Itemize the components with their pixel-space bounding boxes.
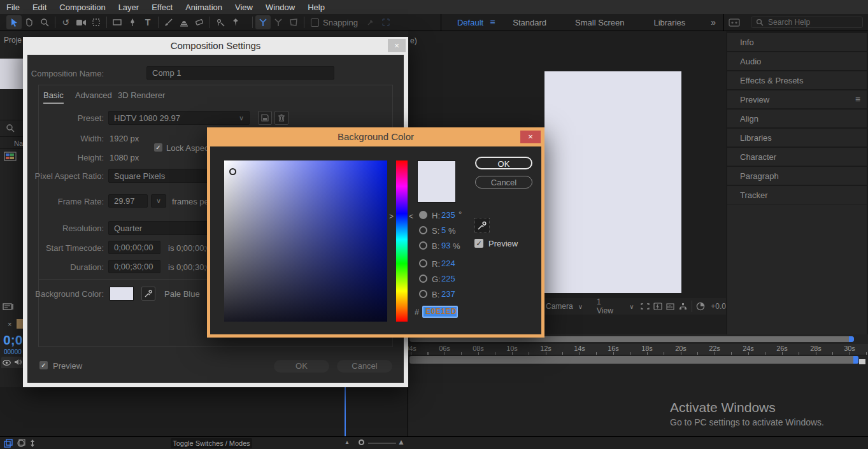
color-cursor[interactable] <box>229 168 236 175</box>
background-color-swatch[interactable] <box>110 287 134 301</box>
preview-checkbox[interactable]: ✓ <box>474 239 483 248</box>
menu-view[interactable]: View <box>229 3 259 12</box>
panel-audio[interactable]: Audio <box>727 52 867 70</box>
snap-grid-icon[interactable] <box>378 15 394 29</box>
snap-options-icon[interactable] <box>363 15 378 29</box>
tab-basic[interactable]: Basic <box>43 90 64 100</box>
workspace-tab-standard[interactable]: Standard <box>513 18 546 27</box>
workspace-tab-libraries[interactable]: Libraries <box>653 18 685 27</box>
zoom-in-mountain-icon[interactable]: ▲ <box>397 438 405 446</box>
menu-help[interactable]: Help <box>301 3 331 12</box>
camera-tool-icon[interactable] <box>73 15 89 29</box>
pan-behind-tool-icon[interactable] <box>89 15 104 29</box>
pen-tool-icon[interactable] <box>125 15 140 29</box>
clone-stamp-tool-icon[interactable] <box>176 15 192 29</box>
delete-preset-button[interactable] <box>274 111 288 125</box>
menu-layer[interactable]: Layer <box>112 3 146 12</box>
menu-effect[interactable]: Effect <box>145 3 179 12</box>
world-axis-mode-icon[interactable] <box>271 15 286 29</box>
render-queue-panel-icon[interactable] <box>3 303 15 314</box>
timeline-zoom-track[interactable] <box>368 443 396 444</box>
red-radio[interactable] <box>419 259 427 267</box>
project-panel-tab-fragment[interactable]: Proje <box>4 36 22 45</box>
frame-rate-dropdown-button[interactable]: ∨ <box>151 194 166 208</box>
eyedropper-button[interactable] <box>141 287 155 301</box>
camera-dropdown[interactable]: Camera <box>546 302 573 311</box>
eyedropper-button[interactable] <box>474 218 490 233</box>
panel-align[interactable]: Align <box>727 110 867 127</box>
panel-tracker[interactable]: Tracker <box>727 186 867 204</box>
snapping-checkbox[interactable] <box>311 18 319 27</box>
hue-strip[interactable] <box>396 160 408 322</box>
dialog-close-button[interactable]: × <box>388 39 406 52</box>
rectangle-tool-icon[interactable] <box>110 15 125 29</box>
dialog-close-button[interactable]: × <box>520 131 541 143</box>
project-name-column-fragment[interactable]: Na <box>14 139 23 147</box>
menu-file[interactable]: File <box>0 3 26 12</box>
save-preset-button[interactable] <box>258 111 272 125</box>
hue-value[interactable]: 235 <box>441 210 455 220</box>
brightness-radio[interactable] <box>419 241 427 250</box>
current-time-indicator[interactable] <box>345 387 346 436</box>
tab-advanced[interactable]: Advanced <box>75 90 112 100</box>
workspace-tab-default[interactable]: Default <box>457 18 483 27</box>
panel-libraries[interactable]: Libraries <box>727 129 867 146</box>
panel-character[interactable]: Character <box>727 148 867 166</box>
selection-tool-icon[interactable] <box>6 15 22 29</box>
local-axis-mode-icon[interactable] <box>255 15 271 29</box>
puppet-pin-tool-icon[interactable] <box>228 15 243 29</box>
timeline-tab-close-icon[interactable]: × <box>8 320 11 328</box>
zoom-tool-icon[interactable] <box>37 15 52 29</box>
panel-paragraph[interactable]: Paragraph <box>727 167 867 185</box>
workspace-tab-small-screen[interactable]: Small Screen <box>575 18 624 27</box>
view-axis-mode-icon[interactable] <box>286 15 301 29</box>
panel-preview[interactable]: Preview≡ <box>727 90 867 108</box>
start-timecode-input[interactable]: 0;00;00;00 <box>108 241 160 254</box>
frame-blending-icon[interactable] <box>4 439 13 449</box>
saturation-brightness-field[interactable] <box>224 160 387 322</box>
roto-brush-tool-icon[interactable] <box>213 15 228 29</box>
preview-checkbox[interactable]: ✓ <box>39 361 48 369</box>
toggle-switches-modes-button[interactable]: Toggle Switches / Modes <box>171 438 252 448</box>
zoom-out-mountain-icon[interactable]: ▲ <box>345 439 350 445</box>
scrollbar-end-cap[interactable] <box>849 336 854 342</box>
view-dropdown-chevron-icon[interactable]: ∨ <box>629 303 634 310</box>
height-value[interactable]: 1080 px <box>110 153 139 162</box>
camera-dropdown-chevron-icon[interactable]: ∨ <box>578 303 583 310</box>
saturation-radio[interactable] <box>419 226 427 234</box>
timeline-ruler[interactable]: 04s 06s 08s 10s 12s 14s 16s 18s 20s 22s … <box>408 344 868 355</box>
exposure-value[interactable]: +0.0 <box>711 302 726 311</box>
hue-radio[interactable] <box>419 211 427 219</box>
composition-viewport[interactable] <box>544 71 681 293</box>
project-search-icon[interactable] <box>6 124 15 135</box>
menu-edit[interactable]: Edit <box>26 3 53 12</box>
workspace-overflow-chevron[interactable]: » <box>711 17 716 27</box>
panel-effects-presets[interactable]: Effects & Presets <box>727 71 867 89</box>
region-of-interest-icon[interactable] <box>639 299 652 313</box>
frame-rate-input[interactable]: 29.97 <box>108 194 148 208</box>
type-tool-icon[interactable]: T <box>140 15 155 29</box>
flowchart-button-icon[interactable] <box>676 299 689 313</box>
workspace-menu-icon[interactable]: ≡ <box>490 17 495 27</box>
ok-button[interactable]: OK <box>475 157 532 169</box>
panel-info[interactable]: Info <box>727 33 867 51</box>
exposure-icon[interactable] <box>695 299 708 313</box>
red-value[interactable]: 224 <box>441 259 455 268</box>
comp-name-input[interactable]: Comp 1 <box>146 66 334 80</box>
blue-value[interactable]: 237 <box>441 289 455 299</box>
tab-3d-renderer[interactable]: 3D Renderer <box>118 90 165 100</box>
timeline-zoom-slider[interactable] <box>359 439 364 445</box>
eraser-tool-icon[interactable] <box>192 15 207 29</box>
search-help-field[interactable]: Search Help <box>751 17 863 28</box>
audio-icon[interactable] <box>14 357 22 368</box>
menu-window[interactable]: Window <box>259 3 301 12</box>
lock-aspect-checkbox[interactable]: ✓ <box>154 143 162 152</box>
green-radio[interactable] <box>419 274 427 283</box>
panel-menu-icon[interactable]: ≡ <box>855 94 860 104</box>
hand-tool-icon[interactable] <box>22 15 37 29</box>
menu-composition[interactable]: Composition <box>53 3 111 12</box>
duration-input[interactable]: 0;00;30;00 <box>108 260 160 273</box>
menu-animation[interactable]: Animation <box>179 3 229 12</box>
ok-button[interactable]: OK <box>274 360 329 373</box>
saturation-value[interactable]: 5 <box>441 225 446 235</box>
